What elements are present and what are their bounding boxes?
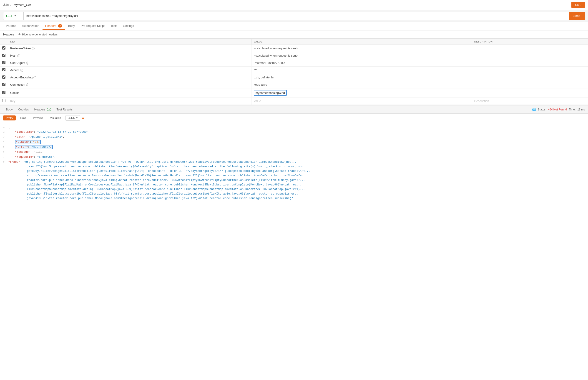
headers-table: KEY VALUE DESCRIPTION Postman-Tokeni<cal… bbox=[0, 39, 588, 105]
res-headers-badge: 2 bbox=[47, 108, 51, 111]
header-description bbox=[472, 67, 588, 74]
res-tab-headers[interactable]: Headers 2 bbox=[32, 106, 54, 113]
headers-subbar: Headers 👁 Hide auto-generated headers bbox=[0, 30, 588, 39]
header-checkbox[interactable] bbox=[2, 61, 5, 64]
table-row: Cookiemyname=chasingwind bbox=[0, 88, 588, 97]
header-checkbox[interactable] bbox=[2, 46, 5, 50]
header-checkbox[interactable] bbox=[2, 68, 5, 71]
breadcrumb-home: 本地 bbox=[3, 3, 9, 7]
tab-body[interactable]: Body bbox=[65, 22, 78, 30]
eye-icon: 👁 bbox=[18, 33, 21, 36]
view-preview-button[interactable]: Preview bbox=[30, 115, 45, 120]
breadcrumb-current: Payment_Get bbox=[13, 3, 31, 7]
globe-icon: 🌐 bbox=[532, 108, 536, 111]
json-content: "requestId": "64dd6056", bbox=[8, 155, 585, 159]
header-checkbox[interactable] bbox=[2, 54, 5, 57]
hide-auto-headers-button[interactable]: 👁 Hide auto-generated headers bbox=[18, 33, 58, 36]
top-bar: 本地 / Payment_Get Sa... bbox=[0, 0, 588, 10]
response-status-bar: 🌐 Status: 404 Not Found Time: 13 ms bbox=[532, 108, 585, 111]
header-value: */* bbox=[254, 68, 257, 72]
send-button[interactable]: Send bbox=[569, 12, 585, 20]
line-number: 8 bbox=[0, 160, 8, 201]
res-tab-cookies[interactable]: Cookies bbox=[16, 106, 32, 113]
request-tabs: Params Authorization Headers 7 Body Pre-… bbox=[0, 22, 588, 30]
new-value-placeholder[interactable]: Value bbox=[254, 99, 261, 103]
new-key-placeholder[interactable]: Key bbox=[10, 99, 15, 103]
new-header-checkbox[interactable] bbox=[2, 99, 5, 102]
time-label: Time: bbox=[569, 108, 576, 111]
header-key: Accept-Encoding bbox=[10, 76, 33, 79]
header-description bbox=[472, 45, 588, 52]
col-check bbox=[0, 39, 8, 45]
filter-icon[interactable]: ≡ bbox=[82, 116, 84, 120]
header-value: keep-alive bbox=[254, 83, 267, 86]
json-content: "message": null, bbox=[8, 150, 585, 154]
info-icon[interactable]: i bbox=[26, 83, 29, 86]
view-visualize-button[interactable]: Visualize bbox=[47, 115, 64, 120]
info-icon[interactable]: i bbox=[26, 62, 29, 65]
col-key: KEY bbox=[8, 39, 252, 45]
res-tab-body[interactable]: Body bbox=[3, 106, 16, 113]
tab-settings[interactable]: Settings bbox=[120, 22, 137, 30]
format-select[interactable]: JSON ▾ bbox=[65, 115, 80, 121]
response-tabs: Body Cookies Headers 2 Test Results 🌐 St… bbox=[0, 105, 588, 114]
json-content: "path": "/payment/getById/1", bbox=[8, 135, 585, 139]
json-content: "error": "Not Found", bbox=[8, 145, 585, 149]
info-icon[interactable]: i bbox=[20, 69, 23, 72]
json-content: "timestamp": "2022-01-03T13:57:29.537+00… bbox=[8, 130, 585, 134]
table-row: Hosti<calculated when request is sent> bbox=[0, 52, 588, 59]
table-row: Connectionikeep-alive bbox=[0, 81, 588, 88]
tab-authorization[interactable]: Authorization bbox=[19, 22, 42, 30]
format-label: JSON bbox=[68, 116, 75, 119]
header-value: gzip, deflate, br bbox=[254, 76, 274, 79]
col-value: VALUE bbox=[251, 39, 472, 45]
header-checkbox[interactable] bbox=[2, 76, 5, 79]
top-bar-right: Sa... bbox=[571, 2, 585, 8]
tab-pre-request-script[interactable]: Pre-request Script bbox=[78, 22, 107, 30]
headers-badge: 7 bbox=[58, 24, 62, 27]
breadcrumb: 本地 / Payment_Get bbox=[3, 3, 31, 7]
headers-sub-tab[interactable]: Headers bbox=[3, 33, 14, 36]
col-description: DESCRIPTION bbox=[472, 39, 588, 45]
table-row: Postman-Tokeni<calculated when request i… bbox=[0, 45, 588, 52]
url-input[interactable] bbox=[24, 12, 569, 20]
tab-params[interactable]: Params bbox=[3, 22, 19, 30]
header-key: Cookie bbox=[10, 91, 19, 95]
new-desc-placeholder: Description bbox=[474, 99, 489, 103]
line-number: 7 bbox=[0, 155, 8, 159]
line-number: 5 bbox=[0, 145, 8, 149]
breadcrumb-sep: / bbox=[10, 3, 11, 7]
view-raw-button[interactable]: Raw bbox=[18, 115, 28, 120]
header-key: Accept bbox=[10, 68, 19, 72]
json-line: 1{ bbox=[0, 125, 588, 130]
json-line: 3 "path": "/payment/getById/1", bbox=[0, 134, 588, 140]
info-icon[interactable]: i bbox=[32, 47, 35, 50]
chevron-down-icon: ▼ bbox=[14, 15, 16, 17]
line-number: 1 bbox=[0, 125, 8, 129]
header-key: Host bbox=[10, 54, 16, 57]
table-row: Accept-Encodingigzip, deflate, br bbox=[0, 74, 588, 81]
method-select[interactable]: GET ▼ bbox=[3, 12, 24, 20]
header-key: Connection bbox=[10, 83, 25, 86]
cookie-value[interactable]: myname=chasingwind bbox=[254, 90, 287, 96]
info-icon[interactable]: i bbox=[33, 76, 36, 79]
tab-tests[interactable]: Tests bbox=[108, 22, 120, 30]
header-description bbox=[472, 52, 588, 59]
json-line: 7 "requestId": "64dd6056", bbox=[0, 154, 588, 160]
save-button[interactable]: Sa... bbox=[571, 2, 585, 8]
headers-section: KEY VALUE DESCRIPTION Postman-Tokeni<cal… bbox=[0, 39, 588, 105]
table-row: Accepti*/* bbox=[0, 67, 588, 74]
method-label: GET bbox=[6, 14, 13, 18]
line-number: 4 bbox=[0, 140, 8, 144]
json-trace-line: 8"trace": "org.springframework.web.serve… bbox=[0, 160, 588, 201]
tab-headers[interactable]: Headers 7 bbox=[42, 22, 65, 30]
header-checkbox[interactable] bbox=[2, 91, 5, 94]
header-description bbox=[472, 81, 588, 88]
json-viewer: 1{2 "timestamp": "2022-01-03T13:57:29.53… bbox=[0, 122, 588, 380]
res-tab-test-results[interactable]: Test Results bbox=[54, 106, 76, 113]
header-description bbox=[472, 59, 588, 67]
header-checkbox[interactable] bbox=[2, 83, 5, 86]
view-pretty-button[interactable]: Pretty bbox=[3, 115, 16, 120]
json-line: 5 "error": "Not Found", bbox=[0, 145, 588, 150]
info-icon[interactable]: i bbox=[17, 54, 20, 57]
